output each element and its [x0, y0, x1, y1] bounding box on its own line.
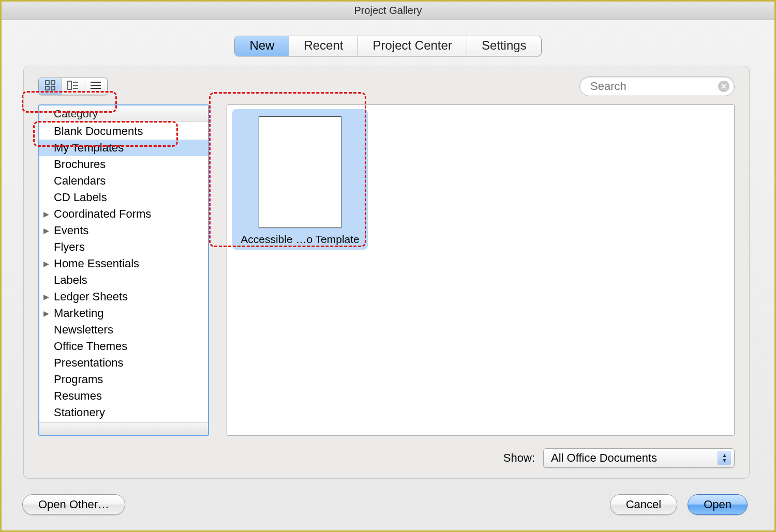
svg-rect-0 [46, 81, 49, 84]
category-footer [39, 422, 208, 435]
tabs-row: New Recent Project Center Settings [2, 20, 774, 66]
category-item-label: Blank Documents [54, 125, 143, 138]
category-item-label: CD Labels [54, 191, 107, 204]
category-pane: Category Blank DocumentsMy TemplatesBroc… [38, 104, 209, 436]
columns-icon [67, 81, 79, 93]
show-filter-value: All Office Documents [551, 451, 657, 465]
disclosure-triangle-icon[interactable]: ▶ [43, 293, 49, 301]
view-mode-toggle [38, 78, 108, 95]
view-list-button[interactable] [84, 78, 107, 95]
window-titlebar: Project Gallery [2, 2, 774, 20]
category-item[interactable]: Presentations [39, 355, 208, 371]
list-icon [90, 81, 101, 92]
category-item-label: Marketing [54, 307, 104, 320]
window-title: Project Gallery [354, 5, 422, 17]
category-item[interactable]: ▶Home Essentials [39, 255, 208, 272]
category-item[interactable]: Stationery [39, 404, 208, 421]
category-item-label: Resumes [54, 389, 102, 403]
category-item-label: Presentations [54, 356, 124, 370]
category-item-label: Labels [54, 273, 87, 287]
show-label: Show: [503, 451, 535, 465]
open-other-button[interactable]: Open Other… [22, 494, 125, 515]
cancel-button[interactable]: Cancel [610, 494, 677, 515]
svg-rect-2 [46, 86, 49, 90]
svg-rect-3 [51, 86, 55, 90]
category-item-label: Ledger Sheets [54, 290, 128, 303]
tab-recent[interactable]: Recent [289, 36, 358, 56]
category-item-label: Events [54, 224, 88, 237]
disclosure-triangle-icon[interactable]: ▶ [43, 309, 49, 317]
category-item-label: Newsletters [54, 323, 113, 337]
category-header[interactable]: Category [39, 105, 208, 122]
grid-icon [45, 80, 55, 93]
category-item-label: Coordinated Forms [54, 207, 151, 221]
project-gallery-window: Project Gallery New Recent Project Cente… [0, 0, 776, 532]
body-frame: ✕ Category Blank DocumentsMy TemplatesBr… [23, 66, 750, 479]
clear-icon[interactable]: ✕ [718, 81, 729, 92]
category-item[interactable]: Blank Documents [39, 123, 208, 140]
open-button[interactable]: Open [688, 494, 748, 515]
category-item[interactable]: ▶Marketing [39, 305, 208, 322]
right-buttons: Cancel Open [610, 494, 748, 515]
show-row: Show: All Office Documents ▲▼ [38, 448, 735, 468]
category-item-label: Flyers [54, 240, 85, 254]
disclosure-triangle-icon[interactable]: ▶ [43, 226, 49, 235]
category-item[interactable]: ▶Events [39, 222, 208, 239]
svg-rect-4 [68, 81, 71, 89]
disclosure-triangle-icon[interactable]: ▶ [43, 260, 49, 268]
category-item[interactable]: Office Themes [39, 338, 208, 355]
dropdown-stepper-icon: ▲▼ [718, 451, 731, 465]
main-tabbar: New Recent Project Center Settings [234, 36, 541, 56]
show-filter-select[interactable]: All Office Documents ▲▼ [543, 448, 735, 468]
category-item-label: My Templates [54, 141, 124, 155]
toolbar-row: ✕ [38, 77, 735, 96]
category-item[interactable]: Flyers [39, 239, 208, 255]
template-thumbnail [259, 116, 341, 228]
search-input[interactable] [579, 77, 735, 96]
category-item-label: Brochures [54, 158, 106, 171]
category-item[interactable]: ▶Ledger Sheets [39, 288, 208, 305]
category-item[interactable]: Labels [39, 272, 208, 288]
search-wrap: ✕ [579, 77, 735, 96]
category-item[interactable]: Newsletters [39, 322, 208, 338]
view-grid-button[interactable] [39, 78, 62, 95]
category-list: Blank DocumentsMy TemplatesBrochuresCale… [39, 122, 208, 422]
category-item[interactable]: Calendars [39, 173, 208, 189]
category-item-label: Stationery [54, 406, 105, 419]
category-item[interactable]: Brochures [39, 156, 208, 173]
svg-rect-1 [51, 81, 55, 84]
category-item[interactable]: CD Labels [39, 189, 208, 206]
tab-settings[interactable]: Settings [467, 36, 541, 56]
category-item[interactable]: My Templates [39, 140, 208, 156]
footer-row: Open Other… Cancel Open [2, 485, 774, 530]
tab-new[interactable]: New [235, 36, 289, 56]
category-item[interactable]: ▶Coordinated Forms [39, 206, 208, 222]
tab-project-center[interactable]: Project Center [358, 36, 467, 56]
category-item-label: Calendars [54, 174, 106, 188]
category-item[interactable]: Programs [39, 371, 208, 388]
template-grid: Accessible …o Template [227, 104, 735, 436]
category-item-label: Home Essentials [54, 257, 139, 270]
category-item-label: Programs [54, 373, 103, 386]
category-item-label: Office Themes [54, 340, 127, 353]
template-item[interactable]: Accessible …o Template [232, 109, 368, 250]
view-columns-button[interactable] [62, 78, 84, 95]
category-item[interactable]: Resumes [39, 388, 208, 404]
main-row: Category Blank DocumentsMy TemplatesBroc… [38, 104, 735, 436]
disclosure-triangle-icon[interactable]: ▶ [43, 210, 49, 218]
template-label: Accessible …o Template [241, 233, 360, 246]
